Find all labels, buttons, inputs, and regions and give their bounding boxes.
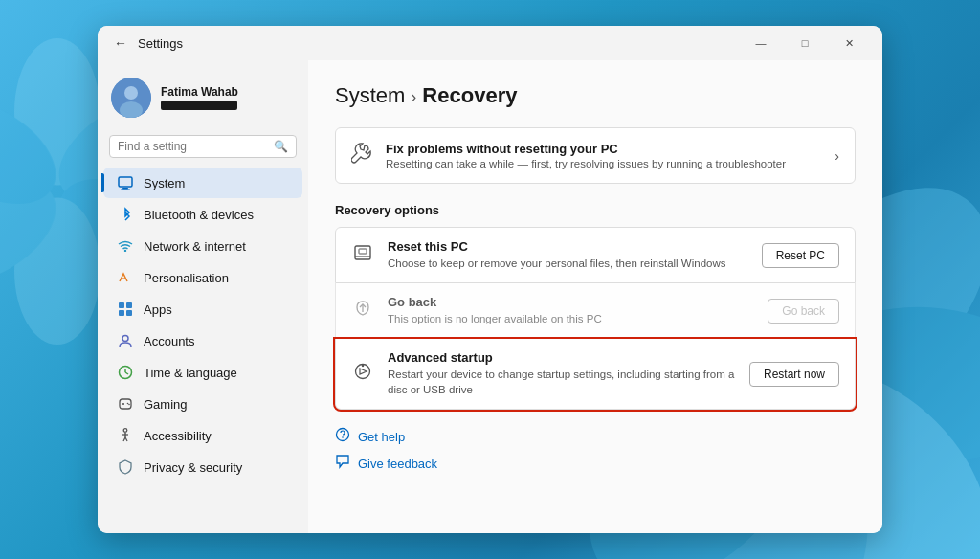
reset-pc-description: Choose to keep or remove your personal f… — [388, 256, 748, 271]
gaming-icon — [117, 395, 134, 413]
apps-icon — [117, 301, 134, 318]
sidebar-label-network: Network & internet — [144, 239, 246, 254]
user-info: Fatima Wahab — [161, 85, 238, 110]
back-button[interactable]: ← — [109, 32, 132, 55]
sidebar: Fatima Wahab 🔍 System — [98, 60, 308, 533]
accessibility-icon — [117, 427, 134, 444]
svg-point-27 — [122, 336, 128, 342]
sidebar-item-accessibility[interactable]: Accessibility — [103, 420, 302, 451]
get-help-label: Get help — [358, 430, 405, 444]
svg-point-21 — [124, 250, 126, 252]
fix-card-title: Fix problems without resetting your PC — [386, 142, 821, 156]
window-body: Fatima Wahab 🔍 System — [98, 60, 882, 533]
give-feedback-icon — [335, 454, 350, 473]
fix-problems-card[interactable]: Fix problems without resetting your PC R… — [335, 127, 856, 184]
get-help-link[interactable]: Get help — [335, 427, 856, 446]
sidebar-item-network[interactable]: Network & internet — [103, 231, 302, 261]
maximize-button[interactable]: □ — [783, 28, 827, 58]
main-content: System › Recovery Fix problems without r… — [308, 60, 882, 533]
go-back-button[interactable]: Go back — [768, 299, 839, 324]
avatar — [111, 78, 151, 118]
reset-pc-title: Reset this PC — [388, 239, 748, 254]
fix-card-description: Resetting can take a while — first, try … — [386, 158, 821, 169]
sidebar-label-accounts: Accounts — [144, 334, 194, 348]
svg-point-43 — [342, 437, 344, 439]
sidebar-item-system[interactable]: System — [103, 168, 302, 198]
sidebar-label-apps: Apps — [144, 302, 172, 317]
advanced-startup-description: Restart your device to change startup se… — [388, 367, 736, 397]
sidebar-item-accounts[interactable]: Accounts — [103, 325, 302, 356]
sidebar-item-bluetooth[interactable]: Bluetooth & devices — [103, 199, 302, 230]
search-box[interactable]: 🔍 — [109, 135, 297, 158]
sidebar-item-privacy[interactable]: Privacy & security — [103, 452, 302, 482]
user-email-masked — [161, 101, 237, 110]
sidebar-item-gaming[interactable]: Gaming — [103, 389, 302, 419]
reset-pc-icon — [351, 243, 374, 267]
give-feedback-link[interactable]: Give feedback — [335, 454, 856, 473]
personalisation-icon — [117, 269, 134, 286]
svg-rect-23 — [119, 302, 124, 308]
accounts-icon — [117, 332, 134, 349]
network-icon — [117, 237, 134, 255]
svg-point-33 — [127, 403, 129, 405]
svg-point-8 — [14, 38, 100, 186]
bluetooth-icon — [117, 206, 134, 223]
settings-window: ← Settings — □ ✕ Fatima Wahab — [98, 26, 882, 533]
breadcrumb-system: System — [335, 83, 405, 108]
window-controls: — □ ✕ — [739, 28, 871, 58]
recovery-options-label: Recovery options — [335, 203, 856, 217]
svg-point-34 — [128, 404, 130, 406]
sidebar-item-personalisation[interactable]: Personalisation — [103, 262, 302, 293]
fix-icon — [351, 143, 372, 168]
advanced-startup-title: Advanced startup — [388, 350, 736, 365]
privacy-icon — [117, 458, 134, 476]
svg-point-13 — [0, 78, 74, 225]
system-icon — [117, 174, 134, 191]
svg-point-35 — [123, 429, 127, 433]
sidebar-label-time: Time & language — [144, 366, 237, 380]
svg-point-12 — [0, 157, 74, 304]
sidebar-label-privacy: Privacy & security — [144, 460, 242, 475]
give-feedback-label: Give feedback — [358, 457, 437, 471]
svg-rect-24 — [126, 302, 132, 308]
svg-line-30 — [125, 372, 128, 374]
fix-card-chevron-icon: › — [835, 148, 839, 164]
fix-card-text: Fix problems without resetting your PC R… — [386, 142, 821, 169]
svg-rect-36 — [355, 246, 370, 259]
close-button[interactable]: ✕ — [827, 28, 871, 58]
time-icon — [117, 364, 134, 381]
sidebar-label-personalisation: Personalisation — [144, 271, 229, 285]
svg-rect-19 — [121, 190, 130, 190]
go-back-icon — [351, 299, 374, 323]
sidebar-item-apps[interactable]: Apps — [103, 294, 302, 324]
window-title: Settings — [138, 36, 739, 51]
breadcrumb-separator: › — [411, 87, 416, 107]
svg-point-15 — [124, 86, 138, 100]
svg-point-41 — [362, 365, 364, 367]
page-title: Recovery — [422, 83, 517, 108]
sidebar-label-accessibility: Accessibility — [144, 429, 212, 443]
go-back-body: Go back This option is no longer availab… — [388, 295, 754, 326]
sidebar-item-time[interactable]: Time & language — [103, 357, 302, 388]
svg-rect-17 — [119, 177, 132, 187]
search-input[interactable] — [118, 140, 268, 153]
page-header: System › Recovery — [335, 83, 856, 108]
reset-pc-button[interactable]: Reset PC — [762, 243, 839, 268]
sidebar-label-system: System — [144, 176, 185, 190]
user-section: Fatima Wahab — [98, 68, 308, 131]
title-bar: ← Settings — □ ✕ — [98, 26, 882, 60]
user-name: Fatima Wahab — [161, 85, 238, 99]
advanced-startup-body: Advanced startup Restart your device to … — [388, 350, 736, 397]
advanced-startup-icon — [351, 362, 374, 386]
minimize-button[interactable]: — — [739, 28, 783, 58]
sidebar-label-gaming: Gaming — [144, 397, 188, 412]
reset-pc-body: Reset this PC Choose to keep or remove y… — [388, 239, 748, 271]
svg-point-11 — [14, 197, 100, 345]
search-icon: 🔍 — [274, 140, 288, 153]
svg-rect-25 — [119, 310, 124, 316]
footer-links: Get help Give feedback — [335, 427, 856, 473]
restart-now-button[interactable]: Restart now — [749, 362, 839, 387]
get-help-icon — [335, 427, 350, 446]
go-back-description: This option is no longer available on th… — [388, 311, 754, 326]
recovery-options-list: Reset this PC Choose to keep or remove y… — [335, 227, 856, 410]
